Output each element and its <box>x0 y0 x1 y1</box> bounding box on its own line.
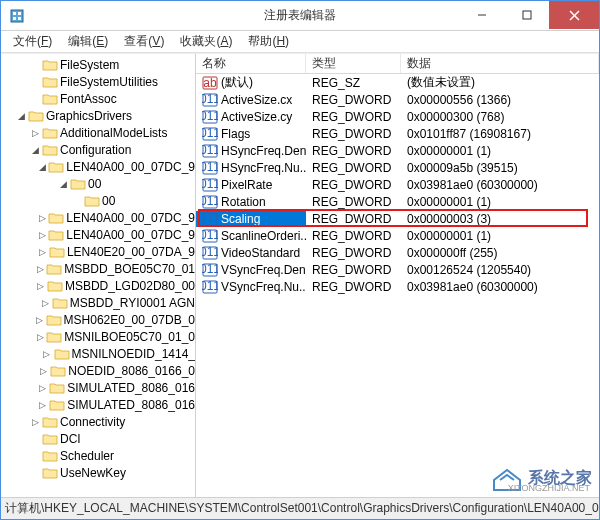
tree-node[interactable]: FontAssoc <box>1 90 195 107</box>
tree-node[interactable]: ▷MSH062E0_00_07DB_0 <box>1 311 195 328</box>
list-row[interactable]: 011RotationREG_DWORD0x00000001 (1) <box>196 193 599 210</box>
cell-data: 0x00000556 (1366) <box>401 93 599 107</box>
tree-node[interactable]: ◢LEN40A00_00_07DC_9 <box>1 158 195 175</box>
expander-open-icon[interactable]: ◢ <box>29 144 41 156</box>
expander-closed-icon[interactable]: ▷ <box>29 416 41 428</box>
value-name: Flags <box>221 127 250 141</box>
expander-closed-icon[interactable]: ▷ <box>35 331 45 343</box>
tree-node-label: LEN40A00_00_07DC_9 <box>66 160 195 174</box>
list-row[interactable]: 011ActiveSize.cyREG_DWORD0x00000300 (768… <box>196 108 599 125</box>
tree-node-label: MSBDD_RYI0001 AGN <box>70 296 195 310</box>
expander-open-icon[interactable]: ◢ <box>57 178 69 190</box>
folder-icon <box>42 142 58 158</box>
column-name[interactable]: 名称 <box>196 54 306 73</box>
value-name: PixelRate <box>221 178 272 192</box>
value-name: ActiveSize.cx <box>221 93 292 107</box>
cell-name: 011ActiveSize.cx <box>196 92 306 108</box>
tree-node[interactable]: ▷AdditionalModeLists <box>1 124 195 141</box>
column-type[interactable]: 类型 <box>306 54 401 73</box>
menu-view[interactable]: 查看(V) <box>116 31 172 52</box>
menu-help[interactable]: 帮助(H) <box>240 31 297 52</box>
folder-icon <box>42 125 58 141</box>
tree-node[interactable]: ▷LEN40A00_00_07DC_9 <box>1 226 195 243</box>
close-button[interactable] <box>549 1 599 29</box>
list-row[interactable]: 011HSyncFreq.Den...REG_DWORD0x00000001 (… <box>196 142 599 159</box>
tree-node[interactable]: ▷NOEDID_8086_0166_0 <box>1 362 195 379</box>
content-area: FileSystemFileSystemUtilitiesFontAssoc◢G… <box>1 53 599 497</box>
svg-rect-1 <box>13 12 16 15</box>
menu-edit[interactable]: 编辑(E) <box>60 31 116 52</box>
list-row[interactable]: 011VSyncFreq.Den...REG_DWORD0x00126524 (… <box>196 261 599 278</box>
tree-node[interactable]: FileSystem <box>1 56 195 73</box>
tree-node[interactable]: FileSystemUtilities <box>1 73 195 90</box>
tree-node[interactable]: ◢Configuration <box>1 141 195 158</box>
tree-node[interactable]: ▷MSNILNOEDID_1414_ <box>1 345 195 362</box>
tree-node[interactable]: DCI <box>1 430 195 447</box>
expander-closed-icon[interactable]: ▷ <box>37 246 47 258</box>
value-name: VideoStandard <box>221 246 300 260</box>
tree-node[interactable]: ▷Connectivity <box>1 413 195 430</box>
expander-closed-icon[interactable]: ▷ <box>39 365 50 377</box>
list-row[interactable]: 011VSyncFreq.Nu...REG_DWORD0x03981ae0 (6… <box>196 278 599 295</box>
expander-closed-icon[interactable]: ▷ <box>37 212 47 224</box>
value-name: ActiveSize.cy <box>221 110 292 124</box>
list-row[interactable]: 011ScalingREG_DWORD0x00000003 (3) <box>196 210 599 227</box>
maximize-button[interactable] <box>504 1 549 29</box>
expander-closed-icon[interactable]: ▷ <box>35 314 45 326</box>
tree-node[interactable]: ◢00 <box>1 175 195 192</box>
tree-node-label: FontAssoc <box>60 92 117 106</box>
tree-node[interactable]: ◢GraphicsDrivers <box>1 107 195 124</box>
cell-name: 011ActiveSize.cy <box>196 109 306 125</box>
cell-name: 011HSyncFreq.Den... <box>196 143 306 159</box>
tree-node[interactable]: Scheduler <box>1 447 195 464</box>
list-row[interactable]: ab(默认)REG_SZ(数值未设置) <box>196 74 599 91</box>
cell-type: REG_DWORD <box>306 127 401 141</box>
tree-node[interactable]: ▷SIMULATED_8086_016 <box>1 379 195 396</box>
registry-editor-window: 注册表编辑器 文件(F) 编辑(E) 查看(V) 收藏夹(A) 帮助(H) Fi… <box>0 0 600 520</box>
folder-icon <box>48 159 64 175</box>
folder-icon <box>46 329 62 345</box>
svg-text:011: 011 <box>202 279 218 293</box>
list-row[interactable]: 011HSyncFreq.Nu...REG_DWORD0x00009a5b (3… <box>196 159 599 176</box>
tree-node[interactable]: ▷MSBDD_LGD02D80_00 <box>1 277 195 294</box>
expander-closed-icon[interactable]: ▷ <box>41 348 52 360</box>
expander-none <box>29 76 41 88</box>
value-name: Scaling <box>221 212 260 226</box>
tree-node-label: DCI <box>60 432 81 446</box>
expander-open-icon[interactable]: ◢ <box>37 161 47 173</box>
minimize-button[interactable] <box>459 1 504 29</box>
value-name: HSyncFreq.Nu... <box>221 161 306 175</box>
tree-node[interactable]: UseNewKey <box>1 464 195 481</box>
folder-icon <box>70 176 86 192</box>
svg-rect-0 <box>11 10 23 22</box>
value-name: Rotation <box>221 195 266 209</box>
list-row[interactable]: 011VideoStandardREG_DWORD0x000000ff (255… <box>196 244 599 261</box>
column-data[interactable]: 数据 <box>401 54 599 73</box>
expander-closed-icon[interactable]: ▷ <box>40 297 51 309</box>
tree-node[interactable]: ▷LEN40E20_00_07DA_9 <box>1 243 195 260</box>
titlebar[interactable]: 注册表编辑器 <box>1 1 599 31</box>
expander-closed-icon[interactable]: ▷ <box>29 127 41 139</box>
expander-open-icon[interactable]: ◢ <box>15 110 27 122</box>
tree-node[interactable]: ▷MSNILBOE05C70_01_0 <box>1 328 195 345</box>
list-row[interactable]: 011ActiveSize.cxREG_DWORD0x00000556 (136… <box>196 91 599 108</box>
list-row[interactable]: 011PixelRateREG_DWORD0x03981ae0 (6030000… <box>196 176 599 193</box>
tree-view[interactable]: FileSystemFileSystemUtilitiesFontAssoc◢G… <box>1 54 196 497</box>
tree-node[interactable]: ▷LEN40A00_00_07DC_9 <box>1 209 195 226</box>
expander-closed-icon[interactable]: ▷ <box>38 399 48 411</box>
cell-name: 011Flags <box>196 126 306 142</box>
expander-none <box>71 195 83 207</box>
expander-closed-icon[interactable]: ▷ <box>38 382 48 394</box>
list-view[interactable]: 名称 类型 数据 ab(默认)REG_SZ(数值未设置)011ActiveSiz… <box>196 54 599 497</box>
list-row[interactable]: 011FlagsREG_DWORD0x0101ff87 (16908167) <box>196 125 599 142</box>
menu-favorites[interactable]: 收藏夹(A) <box>172 31 240 52</box>
list-row[interactable]: 011ScanlineOrderi...REG_DWORD0x00000001 … <box>196 227 599 244</box>
expander-closed-icon[interactable]: ▷ <box>36 280 46 292</box>
tree-node[interactable]: 00 <box>1 192 195 209</box>
expander-closed-icon[interactable]: ▷ <box>37 229 47 241</box>
expander-closed-icon[interactable]: ▷ <box>35 263 45 275</box>
tree-node[interactable]: ▷MSBDD_RYI0001 AGN <box>1 294 195 311</box>
tree-node[interactable]: ▷SIMULATED_8086_016 <box>1 396 195 413</box>
menu-file[interactable]: 文件(F) <box>5 31 60 52</box>
tree-node[interactable]: ▷MSBDD_BOE05C70_01 <box>1 260 195 277</box>
